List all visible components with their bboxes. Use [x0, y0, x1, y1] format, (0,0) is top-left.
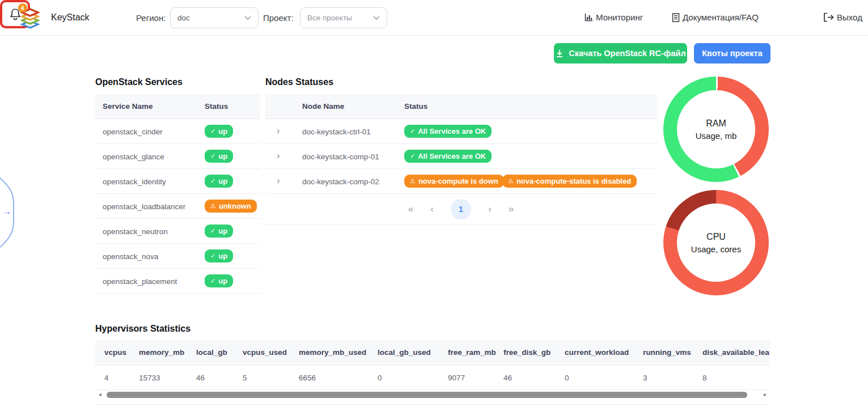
node-status-badge: ⚠nova-compute-status is disabled: [502, 175, 637, 188]
services-col-status: Status: [205, 102, 228, 111]
status-badge-label: up: [218, 227, 227, 235]
services-table: Service Name Status openstack_cinder ✓up…: [95, 94, 260, 294]
hypervisors-table: vcpus memory_mb local_gb vcpus_used memo…: [95, 340, 770, 390]
download-rc-label: Скачать OpenStack RC-файл: [569, 49, 685, 58]
status-badge: ⚠unknown: [205, 200, 257, 213]
check-icon: ✓: [410, 128, 415, 135]
pagination-next-button[interactable]: ›: [488, 204, 492, 215]
hypervisors-section-title: Hypervisors Statistics: [95, 324, 190, 334]
monitoring-link[interactable]: Мониторинг: [585, 12, 643, 22]
nodes-col-name: Node Name: [302, 102, 344, 111]
status-badge-label: up: [218, 177, 227, 185]
logout-button[interactable]: Выход: [823, 12, 862, 22]
documentation-link[interactable]: Документация/FAQ: [672, 12, 759, 22]
hyp-cell: 6656: [299, 374, 316, 382]
pagination-prev-button[interactable]: ‹: [430, 204, 434, 215]
scrollbar-thumb[interactable]: [107, 392, 747, 398]
hyp-col: memory_mb: [139, 348, 184, 357]
chevron-down-icon: [244, 16, 251, 20]
node-status-badge: ✓All Services are OK: [404, 125, 492, 138]
project-quotas-label: Квоты проекта: [702, 49, 763, 58]
services-section-title: OpenStack Services: [95, 77, 183, 87]
check-icon: ✓: [210, 227, 215, 235]
check-icon: ✓: [410, 153, 415, 160]
table-row: openstack_cinder ✓up: [95, 119, 260, 144]
node-status-label: All Services are OK: [418, 127, 486, 135]
warning-icon: ⚠: [508, 177, 514, 185]
download-icon: [555, 49, 564, 58]
download-rc-button[interactable]: Скачать OpenStack RC-файл: [554, 43, 687, 63]
project-label: Проект:: [263, 13, 294, 23]
hyp-col: vcpus_used: [243, 348, 287, 357]
scroll-left-arrow-icon[interactable]: ◂: [99, 391, 101, 397]
hyp-cell: 46: [503, 374, 512, 382]
service-name: openstack_nova: [103, 252, 158, 261]
cpu-usage-donut-chart: CPU Usage, cores: [663, 190, 769, 295]
service-name: openstack_identity: [103, 177, 166, 186]
hyp-cell: 0: [565, 374, 569, 382]
table-row: openstack_glance ✓up: [95, 144, 260, 169]
cpu-donut-title: CPU: [706, 232, 726, 242]
hyp-cell: 15733: [139, 374, 160, 382]
hyp-col: memory_mb_used: [299, 348, 366, 357]
status-badge-label: up: [218, 152, 227, 160]
region-label: Регион:: [136, 13, 166, 23]
drawer-arrow-icon: →: [3, 206, 11, 216]
check-icon: ✓: [210, 153, 215, 160]
notifications-button[interactable]: 4: [7, 6, 24, 23]
table-row: › doc-keystack-comp-02 ⚠nova-compute is …: [265, 169, 657, 194]
table-row: openstack_neutron ✓up: [95, 219, 260, 244]
scroll-right-arrow-icon[interactable]: ▸: [764, 391, 767, 397]
hyp-col: local_gb_used: [378, 348, 431, 357]
table-row: openstack_identity ✓up: [95, 169, 260, 194]
bar-chart-icon: [585, 13, 593, 22]
status-badge: ✓up: [205, 175, 233, 188]
hyp-cell: 0: [378, 374, 382, 382]
expand-row-chevron-icon[interactable]: ›: [277, 125, 280, 137]
region-select-value: doc: [177, 14, 190, 22]
pagination-page-1[interactable]: 1: [451, 199, 471, 219]
status-badge-label: up: [218, 252, 227, 260]
bottom-divider: [95, 404, 770, 405]
expand-row-chevron-icon[interactable]: ›: [277, 150, 280, 162]
service-name: openstack_loadbalancer: [103, 202, 185, 211]
pagination-last-button[interactable]: »: [509, 204, 514, 215]
status-badge: ✓up: [205, 225, 233, 238]
table-row: › doc-keystack-ctrl-01 ✓All Services are…: [265, 119, 657, 144]
warning-icon: ⚠: [410, 177, 416, 185]
service-name: openstack_glance: [103, 153, 164, 161]
expand-row-chevron-icon[interactable]: ›: [277, 175, 280, 187]
node-name: doc-keystack-comp-02: [302, 177, 379, 186]
horizontal-scrollbar: ◂ ▸: [95, 391, 770, 399]
check-icon: ✓: [210, 277, 215, 285]
hyp-col: local_gb: [196, 348, 227, 357]
region-select[interactable]: doc: [170, 7, 259, 28]
hyp-cell: 3: [643, 374, 647, 382]
hyp-col: free_disk_gb: [503, 348, 551, 357]
service-name: openstack_cinder: [103, 128, 163, 136]
cpu-donut-subtitle: Usage, cores: [691, 244, 741, 254]
hyp-cell: 46: [196, 374, 205, 382]
hyp-cell: 4: [104, 374, 109, 382]
node-status-badge: ✓All Services are OK: [404, 150, 492, 163]
table-row: › doc-keystack-comp-01 ✓All Services are…: [265, 144, 657, 169]
status-badge: ✓up: [205, 125, 233, 138]
chevron-down-icon: [373, 16, 380, 20]
check-icon: ✓: [210, 252, 215, 260]
project-select[interactable]: Все проекты: [300, 7, 387, 28]
nodes-pagination: « ‹ 1 › »: [265, 194, 657, 225]
pagination-first-button[interactable]: «: [408, 204, 413, 215]
nodes-col-status: Status: [404, 102, 427, 111]
node-status-label: nova-compute is down: [418, 177, 498, 185]
top-header: KeyStack Регион: doc Проект: Все проекты: [0, 0, 868, 36]
sidebar-drawer-handle[interactable]: →: [0, 177, 17, 248]
check-icon: ✓: [210, 128, 215, 135]
ram-usage-donut-chart: RAM Usage, mb: [663, 77, 769, 182]
hyp-col: vcpus: [104, 348, 126, 357]
table-row: openstack_loadbalancer ⚠unknown: [95, 194, 260, 219]
hyp-cell: 8: [702, 374, 707, 382]
node-status-label: nova-compute-status is disabled: [516, 177, 631, 185]
hyp-col: free_ram_mb: [448, 348, 496, 357]
project-quotas-button[interactable]: Квоты проекта: [694, 43, 770, 63]
service-name: openstack_placement: [103, 277, 177, 286]
